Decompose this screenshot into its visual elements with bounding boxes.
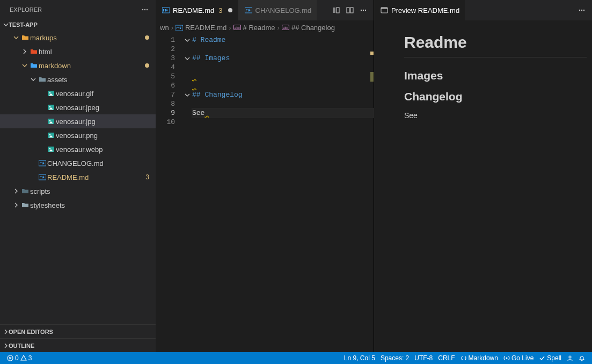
code-line[interactable] — [192, 63, 374, 72]
code-line[interactable] — [192, 118, 374, 127]
project-header[interactable]: TEST-APP — [0, 19, 156, 31]
line-number: 4 — [156, 63, 182, 72]
tree-item[interactable]: venosaur.gif — [0, 86, 156, 100]
editor-tab[interactable]: README.md3 — [156, 0, 238, 20]
image-icon — [46, 118, 56, 125]
tree-item[interactable]: html — [0, 45, 156, 59]
check-icon — [539, 355, 545, 361]
md-icon — [245, 6, 252, 14]
tab-label: CHANGELOG.md — [255, 6, 312, 14]
breadcrumb-item[interactable]: # Readme — [243, 24, 275, 32]
breadcrumbs[interactable]: wn›README.md›# Readme›## Changelog — [156, 20, 374, 34]
editor-tab[interactable]: CHANGELOG.md — [238, 0, 318, 20]
code-line[interactable] — [192, 45, 374, 54]
line-number: 10 — [156, 118, 182, 127]
breadcrumb-item[interactable]: wn — [160, 24, 169, 32]
broadcast-icon — [503, 355, 510, 361]
tree-item-label: stylesheets — [30, 201, 151, 209]
tree-item[interactable]: venosaur.jpeg — [0, 100, 156, 114]
md-icon — [162, 6, 170, 14]
markdown-preview[interactable]: Readme Images Changelog See — [374, 20, 592, 352]
status-encoding[interactable]: UTF-8 — [412, 352, 435, 364]
line-number: 1 — [156, 35, 182, 45]
open-editors-section[interactable]: OPEN EDITORS — [0, 324, 156, 338]
fold-icon[interactable] — [182, 35, 192, 45]
status-feedback[interactable] — [564, 352, 576, 364]
fold-icon[interactable] — [182, 81, 192, 90]
fold-icon[interactable] — [182, 63, 192, 72]
explorer-more-icon[interactable] — [140, 7, 151, 12]
status-eol[interactable]: CRLF — [435, 352, 457, 364]
preview-h2: Changelog — [404, 90, 587, 104]
fold-icon[interactable] — [182, 108, 192, 118]
split-editor-icon[interactable] — [343, 4, 356, 17]
tree-item-label: scripts — [30, 187, 151, 195]
folder-assets-icon — [38, 76, 47, 83]
twisty-icon — [20, 49, 29, 54]
preview-h1: Readme — [404, 33, 587, 57]
md-icon — [38, 159, 47, 167]
tree-item-label: venosaur.jpg — [56, 118, 151, 126]
tree-item[interactable]: venosaur.png — [0, 128, 156, 142]
tree-item-label: venosaur.gif — [56, 90, 151, 98]
explorer-title: EXPLORER — [10, 6, 42, 13]
overview-ruler-marker — [370, 72, 374, 82]
tree-item[interactable]: markups — [0, 31, 156, 45]
tree-item-label: venosaur.webp — [56, 145, 151, 154]
tree-item[interactable]: scripts — [0, 184, 156, 198]
tab-more-icon[interactable] — [576, 4, 589, 17]
twisty-icon — [12, 202, 20, 208]
code-editor[interactable]: 12345678910 # Readme## Images ## Changel… — [156, 34, 374, 352]
modified-dot — [145, 35, 149, 40]
fold-icon[interactable] — [182, 118, 192, 127]
code-line[interactable]: ## Changelog — [192, 90, 374, 99]
md-icon — [38, 173, 47, 181]
code-line[interactable]: ## Images — [192, 54, 374, 63]
breadcrumb-item[interactable]: README.md — [185, 24, 226, 32]
code-line[interactable] — [192, 81, 374, 90]
image-icon — [46, 104, 56, 111]
preview-icon — [381, 6, 388, 14]
line-number: 7 — [156, 90, 182, 99]
breadcrumb-item[interactable]: ## Changelog — [291, 24, 335, 32]
breadcrumb-separator: › — [277, 24, 280, 32]
breadcrumb-separator: › — [171, 24, 173, 32]
folder-icon — [20, 201, 30, 209]
status-language[interactable]: Markdown — [458, 352, 501, 364]
md-icon — [176, 24, 183, 31]
tree-item[interactable]: README.md3 — [0, 170, 156, 184]
fold-icon[interactable] — [182, 90, 192, 99]
code-line[interactable]: See — [192, 108, 374, 118]
tab-more-icon[interactable] — [357, 4, 370, 17]
line-number: 6 — [156, 81, 182, 90]
code-line[interactable] — [192, 99, 374, 108]
tree-item[interactable]: assets — [0, 72, 156, 86]
status-notifications[interactable] — [576, 352, 588, 364]
tab-preview[interactable]: Preview README.md — [374, 0, 465, 20]
tab-label: README.md — [173, 6, 214, 14]
fold-icon[interactable] — [182, 99, 192, 108]
tree-item[interactable]: venosaur.webp — [0, 142, 156, 156]
status-indent[interactable]: Spaces: 2 — [378, 352, 412, 364]
code-line[interactable] — [192, 72, 374, 81]
open-preview-side-icon[interactable] — [330, 4, 342, 17]
tree-item-label: markups — [30, 34, 151, 42]
fold-icon[interactable] — [182, 72, 192, 81]
code-line[interactable]: # Readme — [192, 35, 374, 45]
project-name: TEST-APP — [9, 21, 38, 28]
status-spell[interactable]: Spell — [536, 352, 564, 364]
outline-section[interactable]: OUTLINE — [0, 338, 156, 352]
folder-scripts-icon — [20, 187, 30, 195]
tree-item[interactable]: stylesheets — [0, 198, 156, 212]
fold-icon[interactable] — [182, 45, 192, 54]
modified-dot — [145, 63, 149, 68]
status-cursor-pos[interactable]: Ln 9, Col 5 — [341, 352, 378, 364]
fold-icon[interactable] — [182, 54, 192, 63]
tree-item[interactable]: CHANGELOG.md — [0, 156, 156, 170]
image-icon — [46, 132, 56, 139]
tree-item[interactable]: venosaur.jpg — [0, 114, 156, 128]
status-problems[interactable]: 0 3 — [4, 352, 34, 364]
tree-item[interactable]: markdown — [0, 59, 156, 72]
tree-item-label: venosaur.png — [56, 132, 151, 140]
status-golive[interactable]: Go Live — [501, 352, 536, 364]
